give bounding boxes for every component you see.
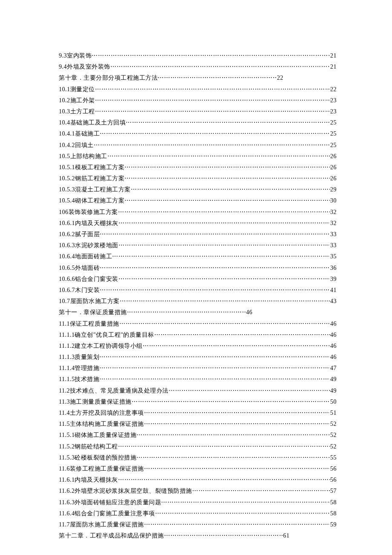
toc-title: 11.5.3砼楼板裂缝的预控措施 (59, 452, 136, 463)
toc-leader-dots: ⋯⋯⋯⋯⋯⋯⋯⋯⋯⋯⋯⋯⋯⋯⋯⋯⋯⋯⋯⋯⋯⋯⋯⋯⋯⋯⋯⋯⋯⋯⋯⋯⋯⋯⋯⋯⋯⋯⋯⋯… (144, 463, 330, 474)
toc-entry: 10.6.2腻子面层⋯⋯⋯⋯⋯⋯⋯⋯⋯⋯⋯⋯⋯⋯⋯⋯⋯⋯⋯⋯⋯⋯⋯⋯⋯⋯⋯⋯⋯⋯… (59, 229, 337, 240)
toc-title: 10.2施工外架 (59, 95, 95, 106)
toc-entry: 11.2技术难点、常见质量通病及处理办法⋯⋯⋯⋯⋯⋯⋯⋯⋯⋯⋯⋯⋯⋯⋯⋯⋯⋯⋯⋯… (59, 385, 337, 396)
toc-leader-dots: ⋯⋯⋯⋯⋯⋯⋯⋯⋯⋯⋯⋯⋯⋯⋯⋯⋯⋯⋯⋯⋯⋯⋯⋯⋯⋯⋯⋯⋯⋯⋯⋯⋯⋯⋯⋯⋯⋯⋯⋯… (136, 452, 330, 463)
toc-leader-dots: ⋯⋯⋯⋯⋯⋯⋯⋯⋯⋯⋯⋯⋯⋯⋯⋯⋯⋯⋯⋯⋯⋯⋯⋯⋯⋯⋯⋯⋯⋯⋯⋯⋯⋯⋯⋯⋯⋯⋯⋯… (132, 396, 330, 408)
toc-page-number: 46 (330, 341, 337, 352)
toc-leader-dots: ⋯⋯⋯⋯⋯⋯⋯⋯⋯⋯⋯⋯⋯⋯⋯⋯⋯⋯⋯⋯⋯⋯⋯⋯⋯⋯⋯⋯⋯⋯⋯⋯⋯⋯⋯⋯⋯⋯⋯⋯… (192, 486, 330, 497)
toc-entry: 10.6.6铝合金门窗安装⋯⋯⋯⋯⋯⋯⋯⋯⋯⋯⋯⋯⋯⋯⋯⋯⋯⋯⋯⋯⋯⋯⋯⋯⋯⋯⋯… (59, 274, 337, 285)
toc-page-number: 26 (330, 151, 337, 162)
toc-title: 11.6.1内墙及天棚抹灰 (59, 474, 118, 486)
toc-entry: 10.6.4地面面砖施工⋯⋯⋯⋯⋯⋯⋯⋯⋯⋯⋯⋯⋯⋯⋯⋯⋯⋯⋯⋯⋯⋯⋯⋯⋯⋯⋯⋯… (59, 251, 337, 262)
toc-leader-dots: ⋯⋯⋯⋯⋯⋯⋯⋯⋯⋯⋯⋯⋯⋯⋯⋯⋯⋯⋯⋯⋯⋯⋯⋯⋯⋯⋯⋯⋯⋯⋯⋯⋯⋯⋯⋯⋯⋯⋯⋯… (169, 385, 330, 396)
toc-title: 11.1保证工程质量措施 (59, 318, 119, 330)
toc-page-number: 56 (330, 463, 337, 474)
toc-title: 11.6装修工程施工质量保证措施 (59, 463, 144, 474)
toc-page-number: 35 (330, 251, 337, 262)
toc-title: 11.5.2钢筋砼结构工程 (59, 441, 118, 452)
toc-entry: 11.1.4管理措施⋯⋯⋯⋯⋯⋯⋯⋯⋯⋯⋯⋯⋯⋯⋯⋯⋯⋯⋯⋯⋯⋯⋯⋯⋯⋯⋯⋯⋯⋯… (59, 363, 337, 374)
toc-page-number: 58 (330, 497, 337, 508)
toc-page-number: 26 (330, 173, 337, 184)
toc-page-number: 46 (330, 330, 337, 341)
toc-page-number: 23 (330, 95, 337, 106)
toc-title: 11.6.3外墙面砖铺贴应注意的质量问题 (59, 497, 161, 508)
toc-entry: 第十一．章保证质量措施⋯⋯⋯⋯⋯⋯⋯⋯⋯⋯⋯⋯⋯⋯⋯⋯⋯⋯⋯⋯⋯⋯⋯⋯⋯⋯⋯⋯⋯… (59, 307, 337, 318)
toc-leader-dots: ⋯⋯⋯⋯⋯⋯⋯⋯⋯⋯⋯⋯⋯⋯⋯⋯⋯⋯⋯⋯⋯⋯⋯⋯⋯⋯⋯⋯⋯⋯⋯⋯ (158, 72, 277, 84)
toc-leader-dots: ⋯⋯⋯⋯⋯⋯⋯⋯⋯⋯⋯⋯⋯⋯⋯⋯⋯⋯⋯⋯⋯⋯⋯⋯⋯⋯⋯⋯⋯⋯⋯⋯⋯⋯⋯⋯⋯⋯⋯⋯… (126, 117, 330, 128)
toc-title: 11.7屋面防水施工质量保证措施 (59, 519, 144, 530)
toc-entry: 11.6.1内墙及天棚抹灰⋯⋯⋯⋯⋯⋯⋯⋯⋯⋯⋯⋯⋯⋯⋯⋯⋯⋯⋯⋯⋯⋯⋯⋯⋯⋯⋯… (59, 474, 337, 486)
toc-entry: 11.3施工测量质量保证措施⋯⋯⋯⋯⋯⋯⋯⋯⋯⋯⋯⋯⋯⋯⋯⋯⋯⋯⋯⋯⋯⋯⋯⋯⋯⋯… (59, 396, 337, 408)
toc-entry: 10.6.7木门安装⋯⋯⋯⋯⋯⋯⋯⋯⋯⋯⋯⋯⋯⋯⋯⋯⋯⋯⋯⋯⋯⋯⋯⋯⋯⋯⋯⋯⋯⋯… (59, 285, 337, 296)
toc-title: 第十一．章保证质量措施 (59, 307, 127, 318)
toc-leader-dots: ⋯⋯⋯⋯⋯⋯⋯⋯⋯⋯⋯⋯⋯⋯⋯⋯⋯⋯⋯⋯⋯⋯⋯⋯⋯⋯⋯⋯⋯⋯⋯⋯⋯⋯⋯⋯⋯⋯⋯⋯… (100, 285, 330, 296)
toc-leader-dots: ⋯⋯⋯⋯⋯⋯⋯⋯⋯⋯⋯⋯⋯⋯⋯⋯⋯⋯⋯⋯⋯⋯⋯⋯⋯⋯⋯⋯⋯⋯⋯⋯⋯⋯⋯⋯⋯⋯⋯⋯… (131, 184, 331, 195)
toc-title: 10.6.5外墙面砖 (59, 263, 100, 274)
toc-leader-dots: ⋯⋯⋯⋯⋯⋯⋯⋯⋯⋯⋯⋯⋯⋯⋯⋯⋯⋯⋯⋯⋯⋯⋯⋯⋯⋯⋯⋯⋯⋯⋯⋯⋯⋯⋯⋯⋯⋯⋯⋯… (118, 441, 330, 452)
toc-leader-dots: ⋯⋯⋯⋯⋯⋯⋯⋯⋯⋯⋯⋯⋯⋯⋯⋯⋯⋯⋯⋯⋯⋯⋯⋯⋯⋯⋯⋯⋯⋯⋯⋯⋯⋯⋯⋯⋯⋯⋯⋯… (118, 474, 330, 486)
toc-entry: 10.7屋面防水施工方案⋯⋯⋯⋯⋯⋯⋯⋯⋯⋯⋯⋯⋯⋯⋯⋯⋯⋯⋯⋯⋯⋯⋯⋯⋯⋯⋯⋯… (59, 296, 337, 307)
toc-entry: 10.5.2钢筋工程施工方案⋯⋯⋯⋯⋯⋯⋯⋯⋯⋯⋯⋯⋯⋯⋯⋯⋯⋯⋯⋯⋯⋯⋯⋯⋯⋯… (59, 173, 337, 184)
toc-leader-dots: ⋯⋯⋯⋯⋯⋯⋯⋯⋯⋯⋯⋯⋯⋯⋯⋯⋯⋯⋯⋯⋯⋯⋯⋯⋯⋯⋯⋯⋯⋯⋯⋯⋯⋯⋯⋯⋯⋯⋯⋯… (144, 419, 330, 430)
toc-page-number: 29 (330, 184, 337, 195)
toc-page-number: 49 (330, 385, 337, 396)
toc-page-number: 25 (330, 117, 337, 128)
toc-title: 10.6.1内墙及天棚抹灰 (59, 218, 118, 229)
toc-entry: 11.1.5技术措施⋯⋯⋯⋯⋯⋯⋯⋯⋯⋯⋯⋯⋯⋯⋯⋯⋯⋯⋯⋯⋯⋯⋯⋯⋯⋯⋯⋯⋯⋯… (59, 374, 337, 385)
toc-title: 11.6.2外墙壁水泥砂浆抹灰层空鼓、裂缝预防措施 (59, 486, 192, 497)
toc-leader-dots: ⋯⋯⋯⋯⋯⋯⋯⋯⋯⋯⋯⋯⋯⋯⋯⋯⋯⋯⋯⋯⋯⋯⋯⋯⋯⋯⋯⋯⋯⋯⋯⋯⋯⋯⋯⋯⋯⋯⋯⋯… (100, 263, 330, 274)
toc-title: 11.5.1砌体施工质量保证措施 (59, 430, 136, 441)
toc-leader-dots: ⋯⋯⋯⋯⋯⋯⋯⋯⋯⋯⋯⋯⋯⋯⋯⋯⋯⋯⋯⋯⋯⋯⋯⋯⋯⋯⋯⋯⋯⋯⋯⋯⋯⋯⋯⋯⋯⋯⋯⋯… (99, 374, 330, 385)
toc-title: 10.4.2回填土 (59, 140, 94, 151)
toc-title: 11.1.1确立创"优良工程"的质量目标 (59, 330, 154, 341)
toc-title: 10.5.2钢筋工程施工方案 (59, 173, 124, 184)
toc-entry: 11.1.3质量策划⋯⋯⋯⋯⋯⋯⋯⋯⋯⋯⋯⋯⋯⋯⋯⋯⋯⋯⋯⋯⋯⋯⋯⋯⋯⋯⋯⋯⋯⋯… (59, 352, 337, 363)
toc-entry: 11.4土方开挖及回填的注意事项⋯⋯⋯⋯⋯⋯⋯⋯⋯⋯⋯⋯⋯⋯⋯⋯⋯⋯⋯⋯⋯⋯⋯⋯… (59, 408, 337, 419)
toc-leader-dots: ⋯⋯⋯⋯⋯⋯⋯⋯⋯⋯⋯⋯⋯⋯⋯⋯⋯⋯⋯⋯⋯⋯⋯⋯⋯⋯⋯⋯⋯⋯⋯⋯⋯⋯⋯⋯⋯⋯⋯⋯… (95, 106, 331, 117)
toc-page-number: 22 (330, 84, 337, 95)
toc-entry: 10.4.2回填土⋯⋯⋯⋯⋯⋯⋯⋯⋯⋯⋯⋯⋯⋯⋯⋯⋯⋯⋯⋯⋯⋯⋯⋯⋯⋯⋯⋯⋯⋯⋯… (59, 140, 337, 151)
toc-title: 106装饰装修施工方案 (59, 207, 118, 218)
toc-entry: 11.6.4铝合金门窗施工质量注意事项⋯⋯⋯⋯⋯⋯⋯⋯⋯⋯⋯⋯⋯⋯⋯⋯⋯⋯⋯⋯⋯… (59, 508, 337, 519)
toc-title: 10.5.4砌体工程施工方案 (59, 195, 124, 206)
toc-entry: 10.6.5外墙面砖⋯⋯⋯⋯⋯⋯⋯⋯⋯⋯⋯⋯⋯⋯⋯⋯⋯⋯⋯⋯⋯⋯⋯⋯⋯⋯⋯⋯⋯⋯… (59, 263, 337, 274)
toc-leader-dots: ⋯⋯⋯⋯⋯⋯⋯⋯⋯⋯⋯⋯⋯⋯⋯⋯⋯⋯⋯⋯⋯⋯⋯⋯⋯⋯⋯⋯⋯⋯⋯⋯⋯⋯⋯⋯⋯⋯⋯⋯… (107, 151, 331, 162)
toc-entry: 11.5.2钢筋砼结构工程⋯⋯⋯⋯⋯⋯⋯⋯⋯⋯⋯⋯⋯⋯⋯⋯⋯⋯⋯⋯⋯⋯⋯⋯⋯⋯⋯… (59, 441, 337, 452)
toc-title: 第十章．主要分部分项工程施工方法 (59, 72, 158, 84)
toc-page-number: 50 (330, 396, 337, 408)
toc-title: 10.5上部结构施工 (59, 151, 107, 162)
table-of-contents: 9.3室内装饰⋯⋯⋯⋯⋯⋯⋯⋯⋯⋯⋯⋯⋯⋯⋯⋯⋯⋯⋯⋯⋯⋯⋯⋯⋯⋯⋯⋯⋯⋯⋯⋯⋯… (59, 50, 337, 541)
toc-page-number: 21 (330, 50, 337, 61)
toc-page-number: 46 (330, 352, 337, 363)
toc-page-number: 30 (330, 195, 337, 206)
toc-entry: 11.1保证工程质量措施⋯⋯⋯⋯⋯⋯⋯⋯⋯⋯⋯⋯⋯⋯⋯⋯⋯⋯⋯⋯⋯⋯⋯⋯⋯⋯⋯⋯… (59, 318, 337, 330)
toc-entry: 10.3土方工程⋯⋯⋯⋯⋯⋯⋯⋯⋯⋯⋯⋯⋯⋯⋯⋯⋯⋯⋯⋯⋯⋯⋯⋯⋯⋯⋯⋯⋯⋯⋯⋯… (59, 106, 337, 117)
toc-page-number: 32 (330, 207, 337, 218)
toc-leader-dots: ⋯⋯⋯⋯⋯⋯⋯⋯⋯⋯⋯⋯⋯⋯⋯⋯⋯⋯⋯⋯⋯⋯⋯⋯⋯⋯⋯⋯⋯⋯⋯⋯⋯⋯⋯⋯⋯⋯⋯⋯… (100, 229, 330, 240)
toc-page-number: 32 (330, 218, 337, 229)
toc-leader-dots: ⋯⋯⋯⋯⋯⋯⋯⋯⋯⋯⋯⋯⋯⋯⋯⋯⋯⋯⋯⋯⋯⋯⋯⋯⋯⋯⋯⋯⋯⋯⋯⋯⋯⋯⋯⋯⋯⋯⋯⋯… (100, 128, 330, 139)
toc-leader-dots: ⋯⋯⋯⋯⋯⋯⋯⋯⋯⋯⋯⋯⋯⋯⋯⋯⋯⋯⋯⋯⋯⋯⋯⋯⋯⋯⋯⋯⋯⋯⋯⋯⋯⋯⋯⋯⋯⋯⋯⋯… (110, 61, 331, 72)
toc-page-number: 26 (330, 162, 337, 173)
toc-page-number: 33 (330, 229, 337, 240)
toc-page-number: 36 (330, 263, 337, 274)
toc-page-number: 46 (246, 307, 253, 318)
toc-entry: 106装饰装修施工方案⋯⋯⋯⋯⋯⋯⋯⋯⋯⋯⋯⋯⋯⋯⋯⋯⋯⋯⋯⋯⋯⋯⋯⋯⋯⋯⋯⋯⋯… (59, 207, 337, 218)
toc-entry: 第十二章．工程半成品和成品保护措施⋯⋯⋯⋯⋯⋯⋯⋯⋯⋯⋯⋯⋯⋯⋯⋯⋯⋯⋯⋯⋯⋯⋯… (59, 530, 337, 541)
toc-page-number: 39 (330, 274, 337, 285)
toc-title: 10.7屋面防水施工方案 (59, 296, 120, 307)
toc-title: 10.6.4地面面砖施工 (59, 251, 112, 262)
toc-title: 10.4基础施工及土方回填 (59, 117, 126, 128)
toc-page-number: 23 (330, 106, 337, 117)
toc-leader-dots: ⋯⋯⋯⋯⋯⋯⋯⋯⋯⋯⋯⋯⋯⋯⋯⋯⋯⋯⋯⋯⋯⋯⋯⋯⋯⋯⋯⋯⋯⋯⋯⋯⋯⋯⋯⋯⋯⋯⋯⋯… (144, 408, 330, 419)
toc-entry: 11.5.3砼楼板裂缝的预控措施⋯⋯⋯⋯⋯⋯⋯⋯⋯⋯⋯⋯⋯⋯⋯⋯⋯⋯⋯⋯⋯⋯⋯⋯… (59, 452, 337, 463)
toc-page-number: 56 (330, 474, 337, 486)
toc-leader-dots: ⋯⋯⋯⋯⋯⋯⋯⋯⋯⋯⋯⋯⋯⋯⋯⋯⋯⋯⋯⋯⋯⋯⋯⋯⋯⋯⋯⋯⋯⋯⋯⋯⋯⋯⋯⋯⋯⋯⋯⋯… (95, 84, 331, 95)
toc-title: 11.4土方开挖及回填的注意事项 (59, 408, 144, 419)
toc-entry: 10.1测量定位⋯⋯⋯⋯⋯⋯⋯⋯⋯⋯⋯⋯⋯⋯⋯⋯⋯⋯⋯⋯⋯⋯⋯⋯⋯⋯⋯⋯⋯⋯⋯⋯… (59, 84, 337, 95)
toc-page-number: 49 (330, 374, 337, 385)
toc-title: 11.1.4管理措施 (59, 363, 99, 374)
toc-entry: 10.5.1模板工程施工方案⋯⋯⋯⋯⋯⋯⋯⋯⋯⋯⋯⋯⋯⋯⋯⋯⋯⋯⋯⋯⋯⋯⋯⋯⋯⋯… (59, 162, 337, 173)
toc-entry: 第十章．主要分部分项工程施工方法⋯⋯⋯⋯⋯⋯⋯⋯⋯⋯⋯⋯⋯⋯⋯⋯⋯⋯⋯⋯⋯⋯⋯⋯… (59, 72, 337, 84)
toc-page-number: 33 (330, 240, 337, 251)
